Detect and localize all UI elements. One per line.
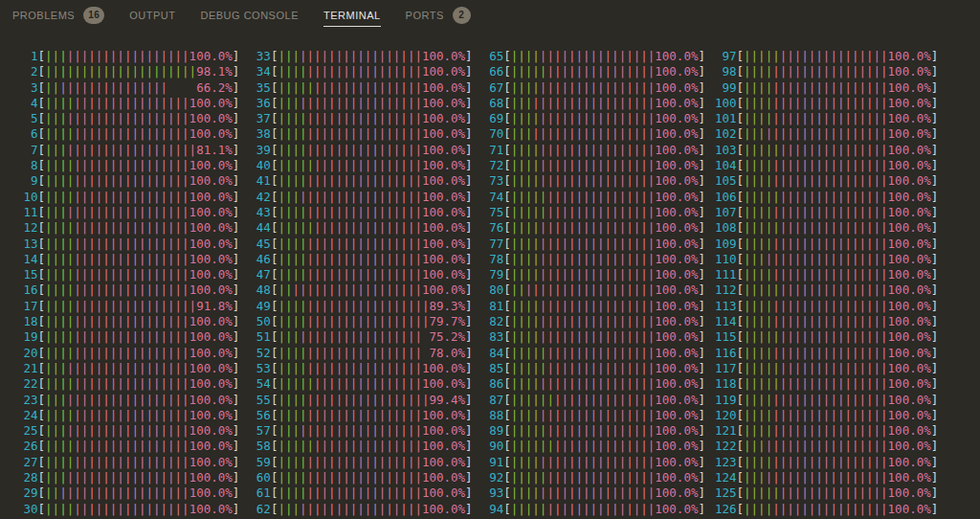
cpu-id: 5: [16, 111, 38, 126]
meter-open-bracket: [: [38, 329, 46, 344]
cpu-id: 4: [16, 96, 38, 111]
meter-bars-busy: ||||||||||||||||: [772, 455, 887, 469]
meter-close-bracket: ]: [931, 282, 939, 297]
meter-bars-nice: ||||: [278, 346, 306, 360]
meter-close-bracket: ]: [465, 267, 473, 282]
meter-close-bracket: ]: [698, 470, 705, 485]
cpu-percentage: 100.0%: [422, 470, 465, 485]
meter-bars-busy: ||||||||||||||||: [307, 173, 422, 188]
cpu-meter-row: 74[||||||||||||||||||||100.0%]: [482, 190, 705, 205]
meter-bars-busy: ||||||||||||||||: [74, 329, 189, 344]
cpu-meter-row: 22[||||||||||||||||||||100.0%]: [16, 376, 239, 392]
meter-close-bracket: ]: [931, 329, 939, 344]
meter-bars-busy: ||||||||||||||||: [540, 408, 655, 422]
cpu-meter-row: 88[||||||||||||||||||||100.0%]: [482, 408, 705, 423]
meter-bars-nice: ||||: [511, 329, 540, 344]
meter-close-bracket: ]: [233, 455, 240, 469]
cpu-percentage: 100.0%: [189, 126, 233, 141]
tab-ports[interactable]: PORTS 2: [406, 0, 471, 31]
meter-bars-busy: |||||||||||||||||: [766, 252, 888, 266]
meter-bars-nice: |||||: [511, 64, 547, 79]
cpu-meter-row: 108[||||||||||||||||||||100.0%]: [715, 220, 938, 236]
cpu-id: 33: [249, 49, 271, 64]
meter-bars-nice: |||||: [278, 158, 314, 172]
meter-bars-busy: ||||||||||||||||||: [67, 143, 196, 157]
cpu-id: 79: [482, 267, 504, 282]
cpu-meter-row: 2[|||||||||||||||||||||98.1%]: [16, 64, 239, 79]
cpu-percentage: 100.0%: [422, 423, 465, 438]
cpu-percentage: 100.0%: [888, 158, 931, 172]
cpu-id: 10: [16, 190, 38, 205]
tab-problems-label: PROBLEMS: [12, 8, 75, 23]
cpu-id: 112: [715, 282, 737, 298]
cpu-id: 94: [482, 502, 504, 517]
meter-bars-nice: ||||||: [511, 439, 554, 453]
meter-bars-busy: |||||||||||||||: [314, 376, 422, 391]
cpu-id: 71: [482, 143, 504, 158]
cpu-percentage: 100.0%: [422, 64, 465, 79]
tab-terminal[interactable]: TERMINAL: [323, 0, 381, 31]
meter-open-bracket: [: [503, 237, 511, 251]
meter-close-bracket: ]: [465, 190, 473, 204]
cpu-id: 92: [482, 470, 504, 485]
cpu-meter-row: 51[|||||||||||||||||||| 75.2%]: [249, 329, 472, 345]
cpu-id: 107: [715, 205, 737, 220]
cpu-percentage: 100.0%: [189, 329, 233, 344]
cpu-id: 34: [249, 64, 271, 79]
cpu-percentage: 91.8%: [196, 299, 233, 313]
meter-bars-busy: ||||||||||||||||: [307, 470, 422, 485]
cpu-meter-row: 124[||||||||||||||||||||100.0%]: [715, 470, 938, 485]
cpu-percentage: 100.0%: [655, 267, 698, 282]
cpu-id: 70: [482, 126, 504, 142]
meter-bars-nice: ||: [511, 282, 525, 297]
cpu-meter-row: 86[||||||||||||||||||||100.0%]: [482, 376, 705, 392]
meter-bars-nice: |||||: [278, 376, 314, 391]
tab-debug-console[interactable]: DEBUG CONSOLE: [201, 0, 299, 31]
cpu-meter-row: 56[||||||||||||||||||||100.0%]: [249, 408, 472, 423]
meter-close-bracket: ]: [465, 64, 473, 79]
meter-bars-busy: ||||||||||||||||: [74, 455, 189, 469]
meter-bars-nice: ||||: [278, 455, 306, 469]
tab-output-label: OUTPUT: [129, 8, 175, 23]
cpu-id: 23: [16, 393, 38, 408]
cpu-percentage: 100.0%: [189, 439, 233, 453]
tab-ports-label: PORTS: [406, 8, 444, 23]
meter-bars-nice: ||||: [45, 267, 74, 282]
meter-open-bracket: [: [503, 361, 511, 375]
meter-bars-nice: |||: [45, 470, 67, 485]
meter-bars-busy: ||||||||||||||||: [772, 299, 887, 313]
meter-bars-nice: |||: [278, 329, 300, 344]
cpu-percentage: 100.0%: [888, 205, 931, 219]
meter-bars-busy: ||||||||||||||||: [772, 237, 887, 251]
cpu-percentage: 100.0%: [189, 314, 233, 328]
cpu-percentage: 100.0%: [888, 346, 931, 360]
cpu-meter-row: 99[||||||||||||||||||||100.0%]: [715, 80, 938, 96]
meter-open-bracket: [: [503, 267, 511, 282]
meter-bars-busy: ||||||||||||||||: [772, 393, 887, 407]
tab-output[interactable]: OUTPUT: [129, 0, 175, 31]
cpu-id: 17: [16, 299, 38, 314]
meter-close-bracket: ]: [233, 64, 240, 79]
meter-bars-nice: ||||: [511, 299, 540, 313]
cpu-percentage: 100.0%: [888, 376, 931, 391]
cpu-meter-row: 87[||||||||||||||||||||100.0%]: [482, 393, 705, 408]
meter-open-bracket: [: [38, 502, 46, 516]
meter-bars-nice: ||||: [744, 393, 772, 407]
cpu-id: 87: [482, 393, 504, 408]
meter-bars-busy: |||||||||||||||||: [766, 470, 888, 485]
meter-open-bracket: [: [737, 393, 745, 407]
meter-bars-busy: |||||||||||||||||: [74, 299, 196, 313]
meter-bars-busy: ||||||||||||||||: [307, 361, 422, 375]
meter-open-bracket: [: [503, 252, 511, 266]
meter-close-bracket: ]: [698, 408, 705, 422]
meter-open-bracket: [: [737, 361, 745, 375]
meter-bars-nice: ||||: [278, 470, 306, 485]
terminal-panel[interactable]: 1[||||||||||||||||||||100.0%]2[|||||||||…: [0, 31, 980, 517]
cpu-meter-row: 15[||||||||||||||||||||100.0%]: [16, 267, 239, 282]
meter-bars-nice: ||||: [45, 220, 74, 235]
meter-open-bracket: [: [38, 126, 46, 141]
meter-bars-busy: |||||||||||||||||: [766, 439, 888, 453]
cpu-percentage: 100.0%: [655, 96, 698, 110]
tab-problems[interactable]: PROBLEMS 16: [12, 0, 104, 31]
meter-close-bracket: ]: [931, 470, 939, 485]
